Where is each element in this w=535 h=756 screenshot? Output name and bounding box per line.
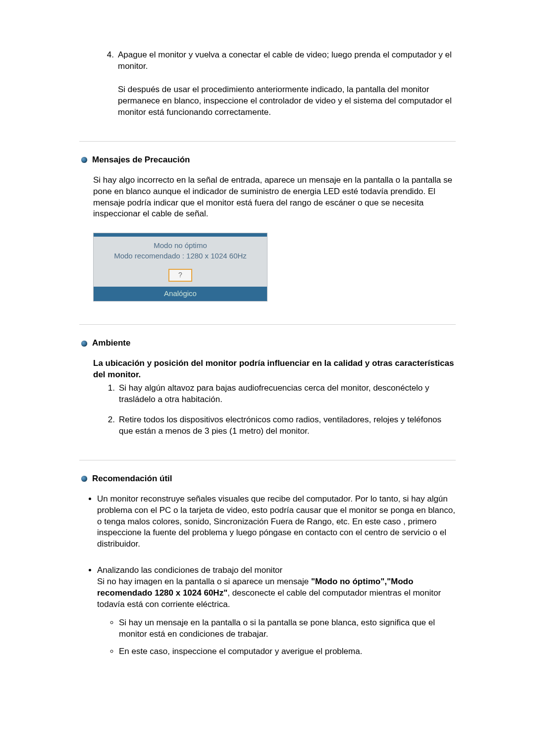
step-text: Si hay algún altavoz para bajas audiofre… (119, 383, 456, 405)
section-divider (79, 460, 456, 460)
recommendation-sub-2: En este caso, inspeccione el computador … (119, 646, 456, 657)
warning-line-1: Modo no óptimo (97, 241, 264, 251)
warning-box-button-row: ? (94, 266, 267, 287)
rec2-pre: Si no hay imagen en la pantalla o si apa… (97, 577, 311, 586)
section-precaution-body: Si hay algo incorrecto en la señal de en… (93, 175, 456, 220)
section-environment-body: La ubicación y posición del monitor podr… (93, 358, 456, 437)
step-number: 1. (100, 383, 119, 405)
recommendation-list: Un monitor reconstruye señales visuales … (84, 494, 456, 657)
rec2-intro: Analizando las condiciones de trabajo de… (97, 565, 282, 575)
intro-step-4: 4. Apague el monitor y vuelva a conectar… (99, 50, 456, 72)
sphere-bullet-icon (81, 341, 87, 347)
warning-box-bottom-bar: Analógico (94, 287, 267, 301)
recommendation-item-1: Un monitor reconstruye señales visuales … (97, 494, 456, 551)
sphere-bullet-icon (81, 157, 87, 163)
section-title: Mensajes de Precaución (92, 154, 190, 166)
recommendation-sub-1: Si hay un mensaje en la pantalla o si la… (119, 617, 456, 640)
step-text: Retire todos los dispositivos electrónic… (119, 414, 456, 437)
environment-lead: La ubicación y posición del monitor podr… (93, 358, 456, 381)
precaution-paragraph: Si hay algo incorrecto en la señal de en… (93, 175, 456, 220)
section-divider (79, 324, 456, 325)
recommendation-sublist: Si hay un mensaje en la pantalla o si la… (97, 617, 456, 657)
intro-step-4-note: Si después de usar el procedimiento ante… (118, 84, 456, 118)
warning-message-box: Modo no óptimo Modo recomendado : 1280 x… (93, 233, 268, 302)
step-text: Apague el monitor y vuelva a conectar el… (118, 50, 456, 72)
step-number: 2. (100, 414, 119, 437)
warning-box-top-bar (94, 233, 267, 237)
section-title: Ambiente (92, 338, 130, 349)
section-recommendation-body: Un monitor reconstruye señales visuales … (84, 494, 456, 657)
section-title: Recomendación útil (92, 473, 172, 485)
sphere-bullet-icon (81, 476, 87, 482)
section-recommendation-header: Recomendación útil (81, 473, 456, 485)
environment-item-2: 2. Retire todos los dispositivos electró… (100, 414, 456, 437)
recommendation-item-2: Analizando las condiciones de trabajo de… (97, 565, 456, 657)
warning-help-button[interactable]: ? (168, 269, 192, 282)
warning-box-message: Modo no óptimo Modo recomendado : 1280 x… (94, 237, 267, 266)
section-environment-header: Ambiente (81, 338, 456, 349)
document-page: 4. Apague el monitor y vuelva a conectar… (79, 0, 456, 657)
environment-item-1: 1. Si hay algún altavoz para bajas audio… (100, 383, 456, 405)
section-divider (79, 141, 456, 142)
warning-line-2: Modo recomendado : 1280 x 1024 60Hz (97, 251, 264, 261)
section-precaution-header: Mensajes de Precaución (81, 154, 456, 166)
step-number: 4. (99, 50, 118, 72)
